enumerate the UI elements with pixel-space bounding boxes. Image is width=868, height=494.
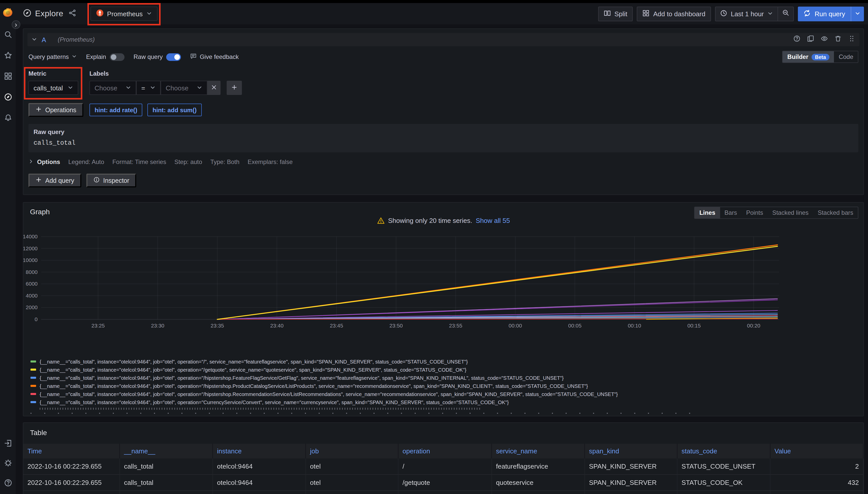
app-window: Explore Prometheus Split Add to dashboar… [0, 0, 868, 494]
sidebar-item-apps[interactable] [4, 72, 12, 82]
share-icon[interactable] [68, 9, 76, 19]
sidebar-item-star[interactable] [4, 51, 12, 61]
sidebar-item-bell[interactable] [4, 114, 12, 124]
grafana-logo[interactable] [0, 7, 16, 21]
svg-text:00:20: 00:20 [747, 323, 760, 328]
collapse-icon[interactable] [32, 35, 37, 44]
plus-icon [36, 177, 42, 184]
option-summary-item: Step: auto [174, 158, 202, 166]
query-hint-button[interactable]: hint: add rate() [89, 103, 142, 116]
legend-scroll-indicator[interactable] [31, 413, 701, 414]
legend-item[interactable]: {__name__="calls_total", instance="otelc… [23, 365, 864, 374]
metric-select[interactable]: calls_total [29, 81, 78, 95]
time-range-label: Last 1 hour [731, 10, 764, 18]
svg-text:14000: 14000 [23, 233, 38, 240]
chevron-right-icon [29, 158, 34, 166]
raw-query-preview-value: calls_total [34, 140, 853, 147]
datasource-picker[interactable]: Prometheus [90, 6, 157, 21]
table-column-header[interactable]: operation [398, 444, 492, 458]
query-patterns-button[interactable]: Query patterns [29, 53, 77, 60]
chevron-down-icon [146, 10, 152, 18]
operations-button[interactable]: Operations [29, 103, 83, 117]
editor-mode-switch: Builder Beta Code [782, 51, 858, 63]
explain-label: Explain [86, 53, 106, 60]
sidebar-item-compass[interactable] [4, 93, 12, 103]
svg-text:00:10: 00:10 [628, 323, 641, 328]
table-title: Table [23, 423, 864, 437]
table-column-header[interactable]: status_code [677, 444, 771, 458]
close-icon [211, 83, 217, 92]
table-cell: SPAN_KIND_INTERNAL [585, 491, 677, 494]
sidebar-item-search[interactable] [4, 31, 12, 41]
table-column-header[interactable]: Time [23, 444, 120, 458]
legend-item[interactable]: {__name__="calls_total", instance="otelc… [23, 390, 864, 398]
legend-text: {__name__="calls_total", instance="otelc… [40, 391, 618, 397]
legend-item[interactable]: {__name__="calls_total", instance="otelc… [23, 398, 864, 406]
code-mode-button[interactable]: Code [834, 51, 858, 62]
table-column-header[interactable]: Value [771, 444, 864, 458]
label-operator-select[interactable]: = [136, 81, 161, 95]
svg-text:2000: 2000 [26, 304, 38, 310]
delete-query-icon[interactable] [834, 35, 842, 44]
give-feedback-button[interactable]: Give feedback [190, 53, 239, 61]
raw-query-preview: Raw query calls_total [29, 124, 858, 152]
table-column-header[interactable]: service_name [492, 444, 585, 458]
warning-text: Showing only 20 time series. [388, 217, 472, 224]
show-all-link[interactable]: Show all 55 [476, 217, 510, 224]
toggle-visibility-icon[interactable] [821, 35, 828, 44]
svg-text:23:30: 23:30 [151, 323, 164, 328]
table-column-header[interactable]: job [306, 444, 398, 458]
label-value-select[interactable]: Choose [161, 81, 207, 95]
options-expand[interactable]: Options [29, 158, 60, 166]
legend-item[interactable]: {__name__="calls_total", instance="otelc… [23, 382, 864, 390]
raw-query-toggle[interactable] [166, 53, 181, 61]
add-query-button[interactable]: Add query [29, 174, 81, 187]
options-summary: Legend: AutoFormat: Time seriesStep: aut… [68, 158, 293, 166]
time-zoom-out-button[interactable] [778, 7, 793, 21]
page-header: Explore [23, 8, 63, 19]
add-label-button[interactable] [227, 81, 242, 95]
query-row-header[interactable]: A (Prometheus) [28, 33, 860, 46]
split-button[interactable]: Split [598, 6, 633, 21]
inspector-button[interactable]: Inspector [86, 174, 137, 187]
table-column-header[interactable]: __name__ [120, 444, 213, 458]
legend-item[interactable]: {__name__="calls_total", instance="otelc… [23, 357, 864, 365]
sidebar-item-gear[interactable] [4, 459, 12, 469]
sidebar-item-signin[interactable] [4, 439, 12, 449]
table-cell: STATUS_CODE_UNSET [677, 491, 771, 494]
time-range-picker[interactable]: Last 1 hour [716, 7, 778, 21]
explain-toggle[interactable] [109, 53, 124, 61]
help-icon[interactable] [793, 35, 800, 44]
drag-handle-icon[interactable] [848, 35, 855, 44]
legend-item[interactable]: {__name__="calls_total", instance="otelc… [23, 374, 864, 382]
table-cell: 2022-10-16 00:22:29.655 [23, 491, 120, 494]
legend-text: {__name__="calls_total", instance="otelc… [40, 367, 466, 373]
sidebar-item-help[interactable] [4, 479, 12, 489]
table-cell: /hipstershop.FeatureFlagServi… [398, 491, 492, 494]
builder-mode-button[interactable]: Builder Beta [783, 51, 834, 62]
warning-icon [377, 217, 384, 224]
table-column-header[interactable]: instance [213, 444, 306, 458]
svg-text:12000: 12000 [23, 246, 38, 251]
duplicate-icon[interactable] [807, 35, 814, 44]
label-key-select[interactable]: Choose [89, 81, 136, 95]
remove-label-button[interactable] [207, 81, 220, 95]
table-cell: otelcol:9464 [213, 491, 306, 494]
query-hint-button[interactable]: hint: add sum() [147, 103, 201, 116]
svg-text:23:45: 23:45 [330, 323, 343, 328]
chevron-down-icon [767, 10, 773, 18]
svg-text:10000: 10000 [23, 257, 38, 263]
chevron-down-icon [150, 84, 156, 92]
query-fields: Metric calls_total Labels Choose [29, 70, 858, 95]
run-query-dropdown[interactable] [851, 6, 864, 21]
time-series-chart[interactable]: 0200040006000800010000120001400023:2523:… [23, 229, 864, 331]
run-query-main[interactable]: Run query [798, 6, 851, 21]
sidebar-expand-button[interactable] [12, 20, 20, 29]
query-ref-id[interactable]: A [42, 36, 46, 43]
legend-color-mark [31, 368, 36, 370]
table-column-header[interactable]: span_kind [585, 444, 677, 458]
table-cell: 2022-10-16 00:22:29.655 [23, 475, 120, 491]
run-query-button[interactable]: Run query [798, 6, 864, 21]
add-to-dashboard-button[interactable]: Add to dashboard [637, 6, 711, 21]
top-nav: Explore Prometheus Split Add to dashboar… [0, 3, 868, 24]
